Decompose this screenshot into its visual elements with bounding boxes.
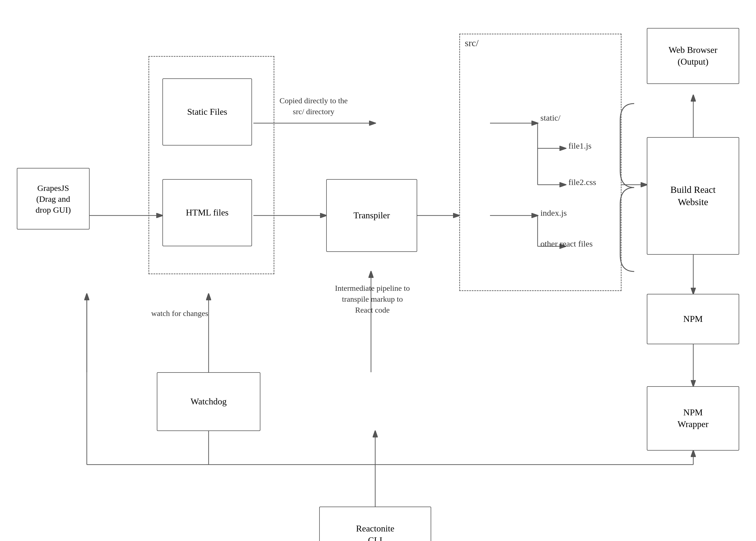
src-label: src/ bbox=[465, 36, 478, 50]
file1-js-label: file1.js bbox=[568, 140, 592, 152]
copied-directly-label: Copied directly to the src/ directory bbox=[263, 95, 364, 117]
src-dashed-box bbox=[459, 34, 622, 291]
web-browser-box: Web Browser (Output) bbox=[647, 28, 739, 84]
diagram: src/ GrapesJS (Drag and drop GUI) Static… bbox=[0, 0, 756, 541]
build-react-box: Build React Website bbox=[647, 137, 739, 255]
transpiler-box: Transpiler bbox=[326, 179, 417, 252]
other-react-label: other react files bbox=[540, 238, 593, 250]
static-files-label: Static Files bbox=[187, 106, 227, 118]
npm-box: NPM bbox=[647, 294, 739, 344]
file2-css-label: file2.css bbox=[568, 176, 596, 188]
static-files-box: Static Files bbox=[162, 78, 252, 146]
watch-for-changes-label: watch for changes bbox=[151, 308, 208, 319]
reactonite-cli-label: Reactonite CLI bbox=[356, 523, 394, 541]
static-dir-label: static/ bbox=[540, 112, 560, 124]
watchdog-label: Watchdog bbox=[191, 396, 227, 407]
transpiler-label: Transpiler bbox=[354, 210, 390, 222]
reactonite-cli-box: Reactonite CLI bbox=[319, 507, 431, 541]
npm-wrapper-box: NPM Wrapper bbox=[647, 386, 739, 451]
build-react-label: Build React Website bbox=[670, 184, 715, 208]
watchdog-box: Watchdog bbox=[157, 372, 261, 431]
web-browser-label: Web Browser (Output) bbox=[669, 44, 717, 67]
curly-brace-svg bbox=[617, 98, 651, 280]
index-js-label: index.js bbox=[540, 207, 567, 219]
html-files-label: HTML files bbox=[186, 207, 229, 219]
html-files-box: HTML files bbox=[162, 179, 252, 246]
grapesjs-label: GrapesJS (Drag and drop GUI) bbox=[36, 183, 71, 215]
npm-label: NPM bbox=[683, 313, 702, 325]
npm-wrapper-label: NPM Wrapper bbox=[678, 407, 709, 430]
grapesjs-box: GrapesJS (Drag and drop GUI) bbox=[17, 168, 90, 230]
intermediate-pipeline-label: Intermediate pipeline to transpile marku… bbox=[314, 283, 431, 316]
